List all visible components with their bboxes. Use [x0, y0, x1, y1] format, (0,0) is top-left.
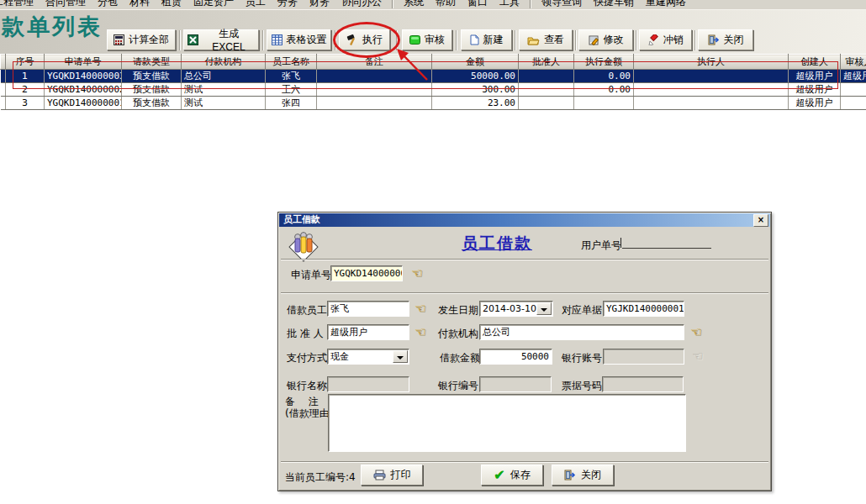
people-diamond-icon — [285, 230, 319, 262]
ref-doc-label: 对应单据 — [562, 303, 602, 318]
employee-input[interactable]: 张飞 — [327, 301, 409, 317]
table-header-row: 序号 申请单号 请款类型 付款机构 员工名称 备注 金额 批准人 执行金额 执行… — [1, 55, 866, 70]
menu-item-system[interactable]: 系统 — [404, 0, 424, 9]
hand-pointer-icon[interactable] — [415, 326, 425, 339]
menu-item-subcontract[interactable]: 分包 — [98, 0, 118, 9]
menu-item-project[interactable]: 工程管理 — [0, 0, 34, 9]
divider — [281, 461, 768, 463]
hand-pointer-icon[interactable] — [411, 267, 422, 280]
col-header-pay-org[interactable]: 付款机构 — [182, 55, 266, 70]
pay-org-input[interactable]: 总公司 — [479, 324, 684, 340]
hammer-icon — [346, 34, 358, 45]
approver-input[interactable]: 超级用户 — [327, 324, 409, 340]
print-label: 打印 — [391, 468, 411, 482]
col-header-creator[interactable]: 创建人 — [789, 55, 841, 70]
menu-item-help[interactable]: 帮助 — [436, 0, 456, 9]
col-header-executor[interactable]: 执行人 — [634, 55, 789, 70]
col-header-apply-no[interactable]: 申请单号 — [45, 55, 122, 70]
toolbar-separator — [636, 30, 637, 50]
bank-account-input — [603, 349, 684, 365]
check-icon — [494, 469, 504, 482]
col-header-exec-amount[interactable]: 执行金额 — [574, 55, 634, 70]
save-button[interactable]: 保存 — [481, 465, 543, 486]
ref-doc-input[interactable]: YGJKD140000001 — [603, 301, 684, 317]
menu-separator — [392, 0, 393, 8]
col-header-approver[interactable]: 批准人 — [519, 55, 574, 70]
app-window: 工程管理 合同管理 分包 材料 租赁 固定资产 员工 劳务 财务 协同办公 系统… — [0, 0, 866, 504]
writeoff-button[interactable]: 冲销 — [639, 29, 692, 50]
date-label: 发生日期 — [438, 303, 478, 318]
edit-notepad-icon — [589, 34, 599, 45]
pay-method-select[interactable]: 现金 — [327, 349, 409, 365]
employee-label: 借款员工 — [287, 303, 327, 318]
col-header-seq[interactable]: 序号 — [6, 55, 45, 70]
bank-no-label: 银行编号 — [438, 379, 478, 393]
remark-label: 备 注 (借款理由) — [285, 396, 333, 419]
view-button[interactable]: 查看 — [519, 29, 573, 50]
chevron-down-icon[interactable] — [393, 350, 408, 363]
audit-label: 审核 — [425, 33, 445, 47]
calc-all-button[interactable]: 计算全部 — [107, 29, 176, 50]
hand-pointer-icon[interactable] — [415, 302, 425, 315]
toolbar-separator — [179, 30, 181, 50]
user-no-label: 用户单号 — [581, 239, 621, 253]
calc-all-label: 计算全部 — [129, 33, 169, 47]
menu-item-window[interactable]: 窗口 — [467, 0, 488, 9]
hand-pointer-icon[interactable] — [690, 326, 701, 339]
apply-no-input[interactable]: YGQKD140000003 — [330, 265, 403, 281]
page-title: 款单列表 — [2, 12, 103, 42]
menu-item-leader-query[interactable]: 领导查询 — [541, 0, 582, 9]
col-header-request-type[interactable]: 请款类型 — [122, 55, 182, 70]
new-label: 新建 — [483, 33, 504, 47]
modify-button[interactable]: 修改 — [578, 29, 633, 50]
col-header-auditor[interactable]: 审核人 — [841, 55, 866, 70]
menu-item-quick[interactable]: 快捷车销 — [594, 0, 634, 9]
table-row-selected[interactable]: 1 YGQKD140000003 预支借款 总公司 张飞 50000.00 0.… — [1, 70, 866, 83]
toolbar-separator — [515, 30, 516, 50]
dialog-close-label: 关闭 — [581, 468, 601, 482]
chevron-down-icon[interactable] — [536, 302, 552, 315]
bank-name-label: 银行名称 — [287, 379, 327, 393]
table-settings-button[interactable]: 表格设置 — [267, 29, 331, 50]
menu-item-fixed-assets[interactable]: 固定资产 — [193, 0, 234, 9]
menu-item-lease[interactable]: 租赁 — [161, 0, 182, 9]
remark-textarea[interactable] — [328, 394, 686, 452]
col-header-remark[interactable]: 备注 — [317, 55, 432, 70]
amount-input[interactable]: 50000 — [479, 349, 552, 365]
menu-item-tools[interactable]: 工具 — [499, 0, 520, 9]
table-row[interactable]: 2 YGQKD140000002 预支借款 测试 王六 300.00 0.00 … — [1, 83, 866, 97]
table-settings-label: 表格设置 — [287, 33, 327, 47]
close-button[interactable]: 关闭 — [698, 29, 753, 50]
toolbar-separator — [456, 30, 457, 50]
audit-button[interactable]: 审核 — [402, 29, 452, 50]
execute-button[interactable]: 执行 — [339, 29, 390, 50]
print-button[interactable]: 打印 — [361, 465, 423, 486]
toolbar-separator — [262, 30, 264, 50]
new-button[interactable]: 新建 — [461, 29, 512, 50]
dialog-title-bar[interactable]: 员工借款 — [279, 213, 770, 227]
excel-icon — [187, 34, 198, 45]
dialog-heading: 员工借款 — [462, 233, 532, 255]
date-select[interactable]: 2014-03-10 — [479, 301, 553, 317]
col-header-employee[interactable]: 员工名称 — [266, 55, 317, 70]
printer-icon — [373, 470, 386, 480]
dialog-close-icon[interactable] — [753, 214, 768, 227]
menu-item-employee[interactable]: 员工 — [246, 0, 266, 9]
dialog-close-button[interactable]: 关闭 — [552, 465, 614, 486]
bank-no-input — [479, 376, 552, 392]
menu-item-contract[interactable]: 合同管理 — [45, 0, 86, 9]
menu-item-collaboration[interactable]: 协同办公 — [341, 0, 382, 9]
menu-item-rebuild-network[interactable]: 重建网络 — [646, 0, 686, 9]
col-header-amount[interactable]: 金额 — [432, 55, 519, 70]
menu-item-finance[interactable]: 财务 — [309, 0, 330, 9]
bank-account-label: 银行账号 — [562, 351, 602, 365]
view-label: 查看 — [544, 33, 564, 47]
menu-item-material[interactable]: 材料 — [129, 0, 150, 9]
menu-item-labor[interactable]: 劳务 — [277, 0, 298, 9]
toolbar-separator — [575, 30, 577, 50]
export-excel-button[interactable]: 生成EXCEL — [183, 29, 259, 50]
table-row[interactable]: 3 YGQKD140000001 预支借款 测试 张四 23.00 超级用户 — [1, 97, 866, 110]
bill-no-input — [602, 376, 684, 392]
divider — [281, 259, 768, 260]
user-no-input[interactable] — [622, 238, 711, 249]
